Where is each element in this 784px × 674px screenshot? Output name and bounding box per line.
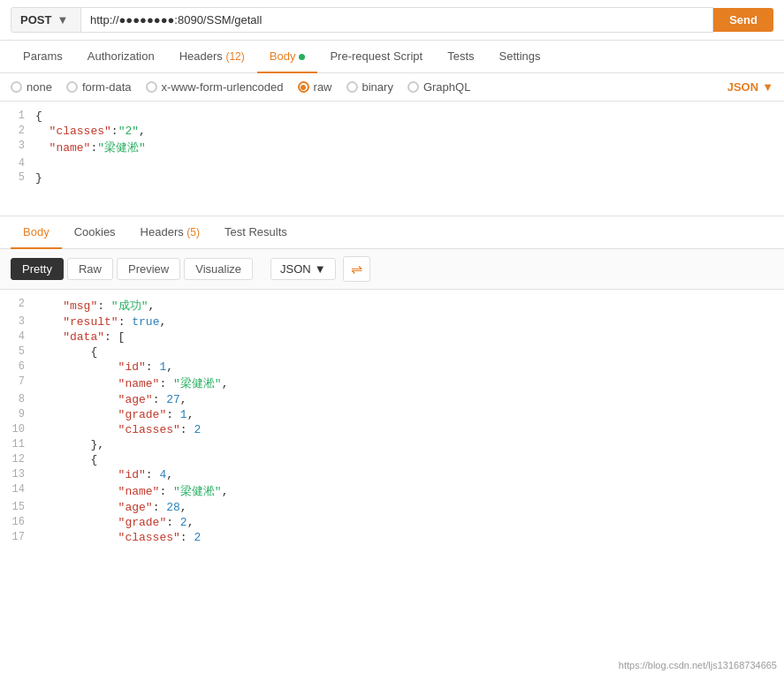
res-json-punct: ,	[166, 360, 173, 374]
req-tab-tests[interactable]: Tests	[435, 41, 486, 73]
radio-circle	[407, 81, 419, 93]
wrap-button[interactable]: ⇌	[343, 256, 370, 282]
res-json-key: "name"	[35, 485, 159, 498]
view-btn-raw[interactable]: Raw	[67, 258, 113, 280]
res-json-punct: ,	[166, 468, 173, 481]
json-key: "classes"	[49, 125, 111, 138]
response-format-dropdown[interactable]: JSON▼	[270, 258, 336, 280]
response-section: BodyCookiesHeaders (5)Test Results Prett…	[0, 216, 784, 552]
send-button[interactable]: Send	[713, 8, 773, 32]
json-punct	[35, 141, 49, 155]
body-option-GraphQL[interactable]: GraphQL	[407, 80, 470, 94]
tab-active-dot	[299, 54, 305, 60]
res-line-number: 3	[0, 315, 35, 328]
json-string-value: "梁健淞"	[97, 141, 146, 155]
format-dropdown-arrow-icon: ▼	[315, 262, 326, 276]
res-json-colon: :	[166, 516, 180, 529]
radio-circle	[66, 81, 78, 93]
res-json-number: 2	[180, 516, 187, 529]
res-json-colon: :	[159, 377, 173, 390]
view-btn-visualize[interactable]: Visualize	[184, 258, 253, 280]
res-line-number: 17	[0, 531, 35, 543]
res-code-line: 14 "name": "梁健淞",	[0, 482, 784, 500]
res-line-number: 11	[0, 438, 35, 451]
method-select[interactable]: POST ▼	[11, 7, 81, 33]
res-line-number: 14	[0, 483, 35, 496]
line-content: "name":"梁健淞"	[35, 140, 784, 155]
res-line-number: 7	[0, 375, 35, 388]
req-tab-body[interactable]: Body	[257, 41, 318, 73]
res-line-content: "data": [	[35, 330, 784, 344]
json-punct: ,	[139, 125, 146, 138]
req-tab-pre-request-script[interactable]: Pre-request Script	[317, 41, 435, 73]
body-option-x-www-form-urlencoded[interactable]: x-www-form-urlencoded	[146, 80, 284, 94]
res-tab-headers[interactable]: Headers (5)	[128, 216, 212, 249]
response-body: 2 "msg": "成功",3 "result": true,4 "data":…	[0, 290, 784, 552]
res-tab-test-results[interactable]: Test Results	[212, 216, 300, 249]
line-number: 5	[0, 171, 35, 184]
radio-circle	[298, 81, 309, 93]
res-line-number: 6	[0, 360, 35, 373]
response-tabs: BodyCookiesHeaders (5)Test Results	[0, 216, 784, 249]
res-code-line: 12 {	[0, 452, 784, 467]
radio-circle	[146, 81, 157, 93]
res-tab-badge: (5)	[186, 226, 200, 239]
request-code-editor: 1{2 "classes":"2",3 "name":"梁健淞"45}	[0, 102, 784, 216]
json-punct	[35, 125, 49, 138]
req-tab-headers[interactable]: Headers (12)	[167, 41, 257, 73]
res-line-number: 10	[0, 423, 35, 435]
res-json-key: "result"	[35, 315, 118, 329]
res-code-line: 15 "age": 28,	[0, 500, 784, 515]
res-json-key: "name"	[35, 377, 159, 390]
res-line-content: "msg": "成功",	[35, 298, 784, 314]
res-json-number: 1	[180, 408, 187, 421]
radio-label: raw	[314, 80, 332, 94]
res-code-line: 17 "classes": 2	[0, 530, 784, 545]
res-json-key: "grade"	[35, 516, 166, 529]
res-code-line: 8 "age": 27,	[0, 392, 784, 407]
response-toolbar: PrettyRawPreviewVisualizeJSON▼⇌	[0, 249, 784, 290]
url-input[interactable]	[81, 7, 713, 33]
res-json-punct: ,	[180, 501, 187, 514]
body-option-none[interactable]: none	[11, 80, 52, 94]
res-json-punct: ,	[148, 299, 155, 313]
body-option-form-data[interactable]: form-data	[66, 80, 132, 94]
res-line-content: "age": 27,	[35, 393, 784, 406]
req-tab-settings[interactable]: Settings	[487, 41, 553, 73]
res-json-punct: },	[35, 438, 104, 451]
json-format-label: JSON	[727, 80, 758, 94]
top-bar: POST ▼ Send	[0, 0, 784, 41]
json-format-dropdown[interactable]: JSON▼	[727, 80, 773, 94]
res-json-colon: :	[146, 468, 160, 481]
tab-badge: (12)	[225, 50, 244, 63]
view-btn-pretty[interactable]: Pretty	[11, 258, 64, 280]
res-json-number: 27	[166, 393, 180, 406]
req-tab-params[interactable]: Params	[11, 41, 75, 73]
res-json-key: "id"	[35, 468, 146, 481]
res-code-line: 13 "id": 4,	[0, 467, 784, 482]
res-line-content: },	[35, 438, 784, 451]
res-tab-body[interactable]: Body	[11, 216, 62, 249]
res-json-key: "age"	[35, 393, 153, 406]
res-line-number: 4	[0, 330, 35, 343]
body-option-raw[interactable]: raw	[298, 80, 332, 94]
code-line: 3 "name":"梁健淞"	[0, 139, 784, 156]
res-line-number: 12	[0, 453, 35, 466]
req-tab-authorization[interactable]: Authorization	[75, 41, 167, 73]
res-tab-cookies[interactable]: Cookies	[62, 216, 128, 249]
code-line: 2 "classes":"2",	[0, 124, 784, 139]
res-code-line: 10 "classes": 2	[0, 422, 784, 437]
json-string-value: "2"	[118, 125, 139, 138]
res-line-content: "grade": 2,	[35, 516, 784, 529]
res-code-line: 3 "result": true,	[0, 314, 784, 329]
view-btn-preview[interactable]: Preview	[117, 258, 180, 280]
radio-label: form-data	[82, 80, 132, 94]
body-option-binary[interactable]: binary	[346, 80, 393, 94]
line-number: 3	[0, 140, 35, 152]
code-line: 1{	[0, 109, 784, 124]
line-content: {	[35, 110, 784, 123]
res-json-key: "classes"	[35, 531, 180, 544]
res-line-content: "name": "梁健淞",	[35, 375, 784, 391]
res-json-key: "grade"	[35, 408, 166, 421]
res-json-key: "classes"	[35, 423, 180, 436]
